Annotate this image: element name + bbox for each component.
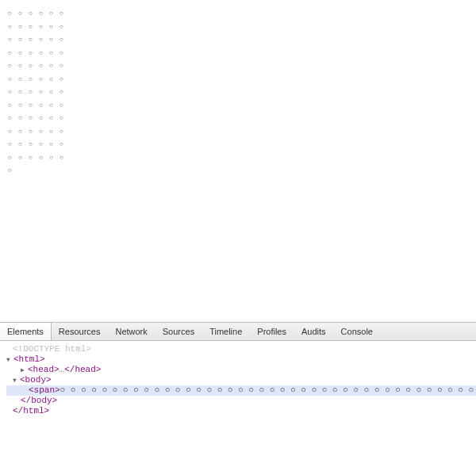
body-open-line[interactable]: ▼<body> [6, 375, 476, 385]
circle-icon: ○ [8, 59, 18, 72]
circle-icon: ○ [39, 73, 49, 86]
tab-network[interactable]: Network [108, 323, 155, 340]
circle-grid: ○○○○○○○○○○○○○○○○○○○○○○○○○○○○○○○○○○○○○○○○… [8, 6, 468, 177]
circle-icon: ○ [60, 21, 70, 33]
circle-row: ○○○○○○ [8, 85, 468, 98]
circle-icon: ○ [18, 99, 29, 112]
circle-row: ○○○○○○ [8, 72, 468, 86]
tag-head-open: <head> [28, 365, 60, 374]
span-line-selected[interactable]: <span>○ ○ ○ ○ ○ ○ ○ ○ ○ ○ ○ ○ ○ ○ ○ ○ ○ … [6, 385, 476, 396]
expand-icon[interactable]: ▼ [6, 354, 13, 365]
circle-icon: ○ [8, 86, 18, 98]
tab-sources[interactable]: Sources [155, 323, 202, 340]
tag-html-open: <html> [13, 354, 45, 364]
circle-icon: ○ [39, 138, 49, 151]
circle-icon: ○ [39, 99, 49, 112]
circle-icon: ○ [18, 47, 29, 59]
circle-icon: ○ [18, 33, 29, 46]
circle-icon: ○ [49, 151, 60, 164]
circle-icon: ○ [29, 73, 39, 86]
circle-icon: ○ [39, 86, 49, 98]
elements-panel[interactable]: <!DOCTYPE html> ▼<html> ▶<head>…</head> … [0, 341, 476, 452]
circle-icon: ○ [60, 7, 70, 20]
circle-icon: ○ [49, 7, 60, 20]
circle-icon: ○ [49, 59, 60, 72]
circle-icon: ○ [39, 59, 49, 72]
html-open-line[interactable]: ▼<html> [6, 354, 476, 365]
tag-span-open: <span> [29, 385, 60, 395]
circle-icon: ○ [39, 21, 49, 33]
tab-timeline[interactable]: Timeline [202, 323, 250, 340]
circle-icon: ○ [8, 73, 18, 86]
tab-console[interactable]: Console [334, 323, 381, 340]
circle-icon: ○ [60, 73, 70, 86]
circle-row: ○○○○○○ [8, 98, 468, 112]
circle-icon: ○ [39, 112, 49, 124]
circle-icon: ○ [60, 59, 70, 72]
circle-icon: ○ [8, 164, 18, 177]
circle-row: ○○○○○○ [8, 124, 468, 138]
circle-row: ○○○○○○ [8, 46, 468, 59]
circle-icon: ○ [49, 33, 60, 46]
tab-elements[interactable]: Elements [0, 323, 52, 340]
circle-row: ○○○○○○ [8, 59, 468, 72]
circle-icon: ○ [39, 125, 49, 138]
circle-icon: ○ [49, 125, 60, 138]
circle-row: ○○○○○○ [8, 20, 468, 33]
circle-icon: ○ [39, 7, 49, 20]
circle-row: ○○○○○○ [8, 111, 468, 124]
circle-icon: ○ [49, 112, 60, 124]
circle-icon: ○ [18, 151, 29, 164]
circle-icon: ○ [18, 73, 29, 86]
circle-row: ○○○○○○ [8, 137, 468, 151]
circle-icon: ○ [29, 99, 39, 112]
circle-icon: ○ [18, 138, 29, 151]
circle-icon: ○ [8, 7, 18, 20]
circle-icon: ○ [60, 125, 70, 138]
span-content: ○ ○ ○ ○ ○ ○ ○ ○ ○ ○ ○ ○ ○ ○ ○ ○ ○ ○ ○ ○ … [60, 385, 476, 395]
circle-icon: ○ [29, 7, 39, 20]
circle-icon: ○ [29, 138, 39, 151]
circle-icon: ○ [29, 151, 39, 164]
circle-icon: ○ [60, 47, 70, 59]
circle-icon: ○ [60, 138, 70, 151]
collapse-icon[interactable]: ▶ [21, 365, 28, 375]
tag-body-close: </body> [21, 396, 57, 405]
circle-icon: ○ [8, 112, 18, 124]
circle-icon: ○ [18, 125, 29, 138]
head-line[interactable]: ▶<head>…</head> [6, 365, 476, 375]
circle-icon: ○ [49, 21, 60, 33]
doctype-text: <!DOCTYPE html> [13, 344, 91, 354]
circle-icon: ○ [60, 151, 70, 164]
tag-html-close: </html> [13, 406, 49, 416]
rendered-page: ○○○○○○○○○○○○○○○○○○○○○○○○○○○○○○○○○○○○○○○○… [0, 0, 476, 322]
tag-body-open: <body> [20, 375, 52, 385]
circle-icon: ○ [8, 47, 18, 59]
circle-icon: ○ [29, 112, 39, 124]
circle-icon: ○ [29, 86, 39, 98]
circle-icon: ○ [18, 112, 29, 124]
circle-row: ○ [8, 163, 468, 177]
circle-icon: ○ [29, 47, 39, 59]
circle-icon: ○ [8, 21, 18, 33]
tab-resources[interactable]: Resources [52, 323, 109, 340]
circle-icon: ○ [18, 21, 29, 33]
html-close-line[interactable]: </html> [6, 406, 476, 416]
circle-icon: ○ [60, 112, 70, 124]
circle-icon: ○ [8, 138, 18, 151]
circle-icon: ○ [49, 99, 60, 112]
circle-icon: ○ [39, 47, 49, 59]
circle-icon: ○ [60, 99, 70, 112]
circle-row: ○○○○○○ [8, 33, 468, 46]
circle-icon: ○ [49, 86, 60, 98]
tab-audits[interactable]: Audits [294, 323, 334, 340]
expand-icon[interactable]: ▼ [13, 375, 20, 385]
body-close-line[interactable]: </body> [6, 396, 476, 406]
circle-icon: ○ [18, 86, 29, 98]
circle-icon: ○ [39, 33, 49, 46]
doctype-line[interactable]: <!DOCTYPE html> [6, 344, 476, 354]
circle-icon: ○ [49, 73, 60, 86]
circle-icon: ○ [60, 33, 70, 46]
circle-icon: ○ [39, 151, 49, 164]
tab-profiles[interactable]: Profiles [250, 323, 294, 340]
